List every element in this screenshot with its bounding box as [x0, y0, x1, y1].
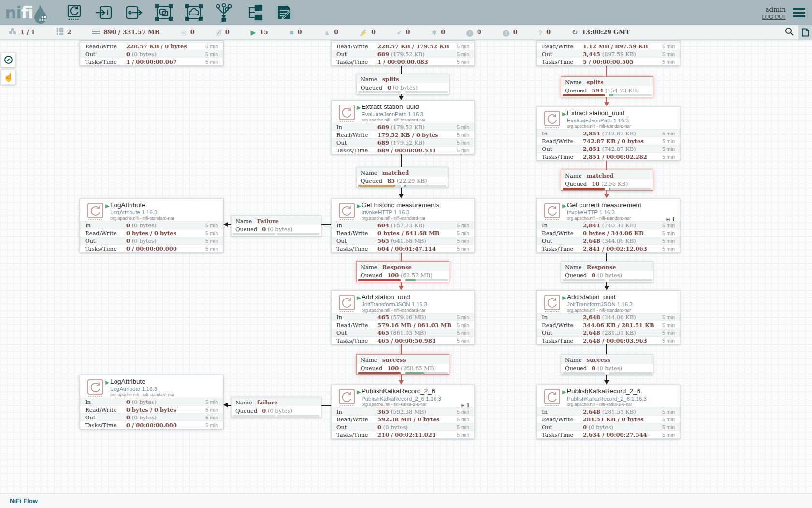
processor-type-icon [338, 104, 356, 124]
running-status-icon: ▶ [357, 203, 361, 209]
stat-row-read-write: Read/Write179.52 KB / 0 bytes5 min [332, 131, 474, 138]
processor-name: Extract station_uuid [567, 109, 624, 117]
name-key: Name [565, 172, 582, 179]
status-value: 0 [441, 29, 445, 36]
logo-text-fi: fi [21, 1, 33, 24]
connection-label-matched-middle[interactable]: NamematchedQueued85 (22.29 KB) [356, 167, 448, 188]
running-status-icon: ▶ [562, 111, 566, 117]
name-key: Name [565, 357, 582, 363]
processor-type: InvokeHTTP 1.16.3 [567, 209, 615, 215]
connection-label-splits-middle[interactable]: NamesplitsQueued0 (0 bytes) [356, 74, 450, 94]
running-status-icon: ▶ [357, 295, 361, 301]
processor-top-left[interactable]: Read/Write228.57 KB / 0 bytes5 minOut0 (… [80, 40, 223, 66]
processor-type: EvaluateJsonPath 1.16.3 [567, 118, 629, 123]
canvas-settings-icon[interactable] [798, 25, 812, 40]
connection-label-success-middle[interactable]: NamesuccessQueued100 (268.65 MB) [356, 354, 450, 375]
global-menu-icon[interactable] [793, 8, 805, 17]
name-key: Name [565, 79, 582, 86]
processor-get-historic-measurements[interactable]: ▶Get historic measurementsInvokeHTTP 1.1… [331, 198, 475, 253]
queued-count: 10 [592, 180, 599, 187]
logout-link[interactable]: LOG OUT [762, 14, 786, 20]
processor-type-icon [338, 294, 356, 314]
flow-canvas[interactable]: ☝ NamesplitsQueued0 (0 bytes)Namematched… [0, 40, 812, 493]
processor-type: LogAttribute 1.16.3 [110, 209, 157, 215]
stat-row-out: Out565 (641.68 MB)5 min [332, 237, 474, 244]
running-status-icon: ▶ [105, 379, 109, 386]
stat-row-in: In689 (179.52 KB)5 min [332, 123, 474, 131]
processor-logattribute-bottom[interactable]: ▶LogAttributeLogAttribute 1.16.3org.apac… [80, 375, 223, 429]
refresh-icon[interactable]: ↻ [572, 28, 578, 37]
stat-row-read-write: Read/Write742.87 KB / 0 bytes5 min [537, 137, 680, 145]
stat-row-in: In604 (157.23 KB)5 min [332, 221, 474, 229]
processor-publishkafkarecord-right[interactable]: ▶PublishKafkaRecord_2_6PublishKafkaRecor… [536, 385, 680, 439]
processor-bundle: org.apache.nifi - nifi-standard-nar [567, 308, 631, 313]
name-key: Name [565, 264, 582, 270]
processor-extract-station-uuid-middle[interactable]: ▶Extract station_uuidEvaluateJsonPath 1.… [331, 100, 475, 154]
process-group-icon[interactable] [154, 3, 174, 22]
funnel-icon[interactable] [214, 3, 233, 22]
processor-logattribute-top[interactable]: ▶LogAttributeLogAttribute 1.16.3org.apac… [80, 198, 223, 253]
status-value: 2 [67, 29, 72, 36]
connection-label-splits-right[interactable]: NamesplitsQueued594 (154.73 KB) [561, 76, 653, 97]
processor-top-middle[interactable]: Read/Write228.57 KB / 179.52 KB5 minOut6… [331, 40, 475, 66]
processor-type-icon [543, 388, 561, 409]
queued-size: (154.73 KB) [603, 87, 639, 94]
connection-arrow-icon [604, 286, 609, 290]
processor-publishkafkarecord-middle[interactable]: ▶PublishKafkaRecord_2_6PublishKafkaRecor… [331, 385, 475, 439]
connection-label-success-right[interactable]: NamesuccessQueued0 (0 bytes) [561, 354, 653, 375]
processor-type: LogAttribute 1.16.3 [110, 386, 157, 392]
navigate-panel-button[interactable] [1, 52, 16, 67]
queue-size-bar [277, 415, 319, 417]
processor-type-icon [338, 388, 356, 409]
connection-label-failure-lower-left[interactable]: NamefailureQueued0 (0 bytes) [231, 397, 321, 418]
connection-label-failure-upper-left[interactable]: NameFailureQueued0 (0 bytes) [231, 215, 321, 236]
up-to-date-icon: ✔ [397, 28, 402, 37]
stat-row-in: In365 (592.38 MB)5 min [332, 407, 474, 415]
connection-label-response-middle[interactable]: NameResponseQueued100 (62.52 MB) [356, 261, 450, 282]
navigate-compass-icon [4, 55, 13, 64]
stat-row-in: In2,841 (740.31 KB)5 min [537, 221, 680, 229]
queue-count-bar [358, 279, 401, 281]
status-sync-failure: ?0 [538, 28, 551, 37]
connection-name: splits [382, 76, 399, 83]
queued-key: Queued [565, 87, 587, 94]
hand-pointer-icon: ☝ [3, 72, 14, 82]
search-icon[interactable] [780, 27, 798, 38]
connection-label-response-right[interactable]: NameResponseQueued0 (0 bytes) [561, 261, 653, 282]
operate-panel-button[interactable]: ☝ [1, 70, 16, 85]
stat-row-tasks-time: Tasks/Time2,648 / 00:00:03.9635 min [537, 336, 680, 344]
stat-row-tasks-time: Tasks/Time5 / 00:00:00.5055 min [537, 58, 680, 65]
connection-label-matched-right[interactable]: NamematchedQueued10 (2.56 KB) [561, 170, 653, 191]
queue-size-bar [609, 279, 652, 281]
remote-process-group-icon[interactable] [184, 3, 203, 22]
processor-top-right[interactable]: Read/Write1.12 MB / 897.59 KB5 minOut3,4… [536, 40, 680, 66]
label-icon[interactable] [274, 3, 293, 22]
processor-get-current-measurement[interactable]: ▶Get current measurementInvokeHTTP 1.16.… [536, 198, 680, 253]
output-port-icon[interactable] [124, 3, 144, 22]
processor-add-station-uuid-middle[interactable]: ▶Add station_uuidJoltTransformJSON 1.16.… [331, 290, 475, 344]
processor-name: LogAttribute [110, 378, 145, 385]
processor-bundle: org.apache.nifi - nifi-standard-nar [567, 216, 631, 221]
queued-size: (0 bytes) [595, 272, 622, 279]
breadcrumb-nifi-flow[interactable]: NiFi Flow [10, 497, 38, 505]
status-value: 0 [298, 29, 302, 36]
stat-row-out: Out0 (0 bytes)5 min [80, 50, 223, 58]
processor-name: Get current measurement [567, 201, 641, 209]
processor-add-station-uuid-right[interactable]: ▶Add station_uuidJoltTransformJSON 1.16.… [536, 290, 680, 344]
stat-row-tasks-time: Tasks/Time689 / 00:00:00.5315 min [332, 146, 474, 154]
processor-extract-station-uuid-right[interactable]: ▶Extract station_uuidEvaluateJsonPath 1.… [536, 106, 680, 161]
active-threads-icon [57, 28, 63, 37]
status-stale: ↑0 [466, 28, 481, 37]
status-value: 0 [225, 29, 230, 36]
cluster-icon [9, 28, 16, 37]
processor-bundle: org.apache.nifi - nifi-kafka-2-6-nar [362, 402, 427, 407]
template-icon[interactable] [244, 3, 263, 22]
connection-arrow-icon [399, 96, 404, 100]
input-port-icon[interactable] [94, 3, 114, 22]
status-value: 890 / 331.57 MB [103, 29, 160, 36]
queued-key: Queued [235, 407, 257, 414]
stat-row-out: Out689 (179.52 KB)5 min [332, 138, 474, 146]
processor-bundle: org.apache.nifi - nifi-kafka-2-6-nar [567, 402, 632, 407]
processor-icon[interactable] [64, 3, 84, 22]
invalid-icon: ▲! [323, 28, 330, 37]
